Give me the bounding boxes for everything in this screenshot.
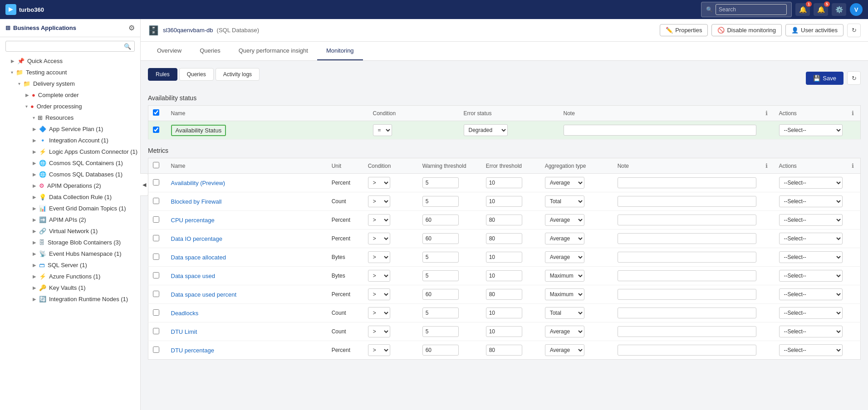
save-button[interactable]: 💾 Save — [806, 72, 843, 85]
metrics-aggregation-select-6[interactable]: AverageTotalMaximumMinimumCount — [545, 288, 584, 300]
metrics-actions-select-3[interactable]: --Select--Action 1Action 2 — [779, 233, 843, 244]
metrics-note-input-7[interactable] — [618, 308, 756, 318]
metrics-warning-input-9[interactable] — [422, 345, 459, 356]
metrics-aggregation-select-9[interactable]: AverageTotalMaximumMinimumCount — [545, 344, 584, 356]
metrics-aggregation-select-3[interactable]: AverageTotalMaximumMinimumCount — [545, 233, 584, 244]
metrics-name-link-4[interactable]: Data space allocated — [171, 254, 226, 261]
sidebar-item-delivery-system[interactable]: ▾ 📁 Delivery system — [0, 78, 140, 89]
metrics-error-input-4[interactable] — [486, 252, 522, 263]
sidebar-item-resources[interactable]: ▾ ⊞ Resources — [0, 112, 140, 123]
metrics-checkbox-5[interactable] — [153, 272, 159, 278]
sidebar-item-storage-blob[interactable]: ▶ 🗄 Storage Blob Containers (3) — [0, 237, 140, 248]
alerts-button[interactable]: 🔔 5 — [814, 3, 828, 16]
metrics-actions-select-1[interactable]: --Select--Action 1Action 2 — [779, 195, 843, 207]
metrics-condition-select-8[interactable]: ><=>=<= — [368, 326, 390, 337]
metrics-error-input-6[interactable] — [486, 289, 522, 300]
sidebar-item-cosmos-sql-containers[interactable]: ▶ 🌐 Cosmos SQL Containers (1) — [0, 157, 140, 169]
metrics-warning-input-4[interactable] — [422, 252, 459, 263]
metrics-error-input-0[interactable] — [486, 177, 522, 188]
metrics-condition-select-7[interactable]: ><=>=<= — [368, 307, 390, 319]
metrics-note-input-6[interactable] — [618, 289, 756, 300]
sidebar-item-integration-runtime[interactable]: ▶ 🔄 Integration Runtime Nodes (1) — [0, 293, 140, 305]
metrics-aggregation-select-5[interactable]: AverageTotalMaximumMinimumCount — [545, 270, 584, 282]
metrics-actions-select-2[interactable]: --Select--Action 1Action 2 — [779, 214, 843, 226]
user-avatar[interactable]: V — [850, 3, 863, 16]
sidebar-item-testing-account[interactable]: ▾ 📁 Testing account — [0, 67, 140, 78]
metrics-checkbox-4[interactable] — [153, 254, 159, 260]
avail-header-checkbox[interactable] — [153, 109, 159, 116]
sidebar-item-key-vaults[interactable]: ▶ 🔑 Key Vaults (1) — [0, 282, 140, 293]
sidebar-settings-button[interactable]: ⚙ — [128, 24, 135, 32]
metrics-error-input-1[interactable] — [486, 196, 522, 207]
metrics-checkbox-1[interactable] — [153, 198, 159, 204]
metrics-condition-select-3[interactable]: ><=>=<= — [368, 233, 390, 244]
avail-condition-select[interactable]: = > < — [373, 124, 392, 136]
metrics-name-link-1[interactable]: Blocked by Firewall — [171, 198, 222, 205]
tab-overview[interactable]: Overview — [148, 42, 191, 60]
tab-queries[interactable]: Queries — [191, 42, 230, 60]
sidebar-item-order-processing[interactable]: ▾ ● Order processing — [0, 101, 140, 112]
metrics-error-input-5[interactable] — [486, 270, 522, 281]
avail-actions-select[interactable]: --Select-- Action 1 Action 2 — [779, 124, 843, 136]
sidebar-item-apim-operations[interactable]: ▶ ⚙ APIM Operations (2) — [0, 180, 140, 191]
metrics-name-link-9[interactable]: DTU percentage — [171, 347, 214, 354]
metrics-checkbox-2[interactable] — [153, 216, 159, 223]
metrics-name-link-8[interactable]: DTU Limit — [171, 328, 197, 335]
metrics-warning-input-6[interactable] — [422, 289, 459, 300]
note-info-icon[interactable]: ℹ — [765, 162, 768, 169]
actions-info-icon[interactable]: ℹ — [852, 162, 854, 169]
metrics-warning-input-8[interactable] — [422, 326, 459, 337]
metrics-warning-input-1[interactable] — [422, 196, 459, 207]
sidebar-collapse-button[interactable]: ◀ — [140, 173, 148, 196]
metrics-note-input-8[interactable] — [618, 326, 756, 337]
metrics-checkbox-8[interactable] — [153, 328, 159, 334]
metrics-note-input-9[interactable] — [618, 345, 756, 356]
sub-tab-queries[interactable]: Queries — [179, 68, 214, 81]
metrics-actions-select-0[interactable]: --Select--Action 1Action 2 — [779, 177, 843, 189]
notifications-button[interactable]: 🔔 1 — [795, 3, 810, 16]
metrics-condition-select-2[interactable]: ><=>=<= — [368, 214, 390, 226]
metrics-actions-select-4[interactable]: --Select--Action 1Action 2 — [779, 251, 843, 263]
metrics-name-link-0[interactable]: Availability (Preview) — [171, 180, 226, 186]
metrics-warning-input-3[interactable] — [422, 233, 459, 244]
metrics-actions-select-9[interactable]: --Select--Action 1Action 2 — [779, 344, 843, 356]
sidebar-item-event-grid[interactable]: ▶ 📊 Event Grid Domain Topics (1) — [0, 203, 140, 214]
settings-button[interactable]: ⚙️ — [832, 3, 846, 16]
metrics-name-link-2[interactable]: CPU percentage — [171, 217, 215, 224]
metrics-checkbox-0[interactable] — [153, 179, 159, 185]
metrics-actions-select-7[interactable]: --Select--Action 1Action 2 — [779, 307, 843, 319]
sidebar-item-app-service-plan[interactable]: ▶ 🔷 App Service Plan (1) — [0, 123, 140, 135]
metrics-warning-input-5[interactable] — [422, 270, 459, 281]
metrics-warning-input-7[interactable] — [422, 308, 459, 318]
sidebar-search[interactable]: 🔍 — [5, 41, 135, 52]
tab-query-performance[interactable]: Query performance insight — [230, 42, 317, 60]
sidebar-item-logic-apps[interactable]: ▶ ⚡ Logic Apps Custom Connector (1) — [0, 146, 140, 157]
metrics-error-input-2[interactable] — [486, 215, 522, 225]
metrics-note-input-3[interactable] — [618, 233, 756, 244]
sidebar-item-complete-order[interactable]: ▶ ● Complete order — [0, 89, 140, 101]
avail-row-checkbox-input[interactable] — [153, 127, 159, 133]
metrics-name-link-3[interactable]: Data IO percentage — [171, 235, 222, 242]
metrics-aggregation-select-8[interactable]: AverageTotalMaximumMinimumCount — [545, 326, 584, 337]
metrics-aggregation-select-7[interactable]: AverageTotalMaximumMinimumCount — [545, 307, 584, 319]
metrics-note-input-5[interactable] — [618, 270, 756, 281]
sidebar-item-integration-account[interactable]: ▶ 🔹 Integration Account (1) — [0, 135, 140, 146]
metrics-checkbox-6[interactable] — [153, 291, 159, 297]
metrics-aggregation-select-0[interactable]: AverageTotalMaximumMinimumCount — [545, 177, 584, 189]
search-input[interactable] — [716, 4, 787, 15]
metrics-aggregation-select-1[interactable]: AverageTotalMaximumMinimumCount — [545, 195, 584, 207]
metrics-checkbox-3[interactable] — [153, 235, 159, 241]
sidebar-item-azure-functions[interactable]: ▶ ⚡ Azure Functions (1) — [0, 271, 140, 282]
sub-tab-rules[interactable]: Rules — [148, 68, 177, 81]
metrics-name-link-6[interactable]: Data space used percent — [171, 291, 237, 298]
metrics-actions-select-6[interactable]: --Select--Action 1Action 2 — [779, 288, 843, 300]
metrics-condition-select-4[interactable]: ><=>=<= — [368, 251, 390, 263]
avail-error-select[interactable]: Degraded Available Unavailable — [464, 124, 508, 136]
search-bar[interactable]: 🔍 — [701, 2, 792, 17]
sidebar-search-input[interactable] — [5, 41, 135, 52]
metrics-error-input-8[interactable] — [486, 326, 522, 337]
metrics-header-checkbox[interactable] — [153, 162, 159, 168]
sidebar-item-quick-access[interactable]: ▶ 📌 Quick Access — [0, 55, 140, 67]
metrics-error-input-3[interactable] — [486, 233, 522, 244]
metrics-warning-input-0[interactable] — [422, 177, 459, 188]
